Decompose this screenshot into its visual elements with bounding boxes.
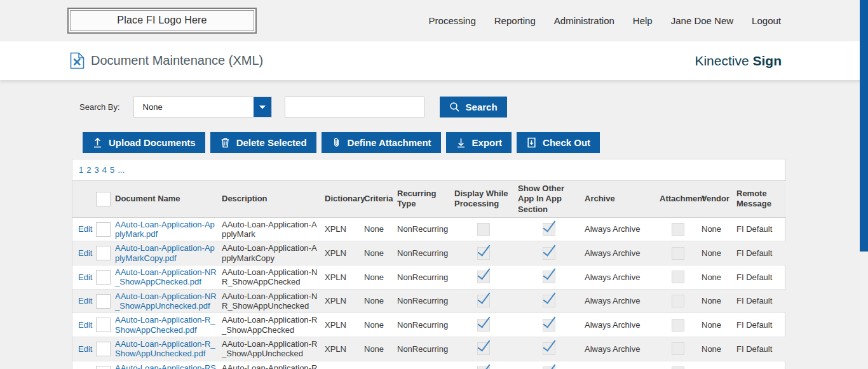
show-other-app-checkbox[interactable] [543, 223, 555, 236]
document-name-link[interactable]: AAuto-Loan-Application-ApplyMark.pdf [115, 220, 215, 239]
search-button[interactable]: Search [440, 97, 507, 117]
display-while-processing-checkbox[interactable] [477, 295, 490, 307]
cell-dictionary: XPLN [325, 337, 364, 361]
row-checkbox[interactable] [96, 318, 111, 332]
edit-link[interactable]: Edit [78, 248, 92, 258]
document-name-link[interactable]: AAuto-Loan-Application-RS-AFD731-test.pd… [115, 363, 216, 369]
page-link-3[interactable]: 3 [94, 165, 98, 175]
cell-document-name: AAuto-Loan-Application-NR_ShowAppUncheck… [115, 289, 222, 313]
show-other-app-checkbox[interactable] [543, 366, 555, 369]
cell-description: AAuto-Loan-Application-RS-AFD731-test [222, 361, 325, 369]
page-link-5[interactable]: 5 [110, 165, 114, 175]
vertical-scrollbar-thumb[interactable] [860, 0, 868, 252]
row-checkbox[interactable] [96, 246, 111, 260]
check-out-button[interactable]: Check Out [517, 132, 600, 153]
cell-vendor: None [702, 241, 736, 265]
col-display-while-processing: Display While Processing [454, 181, 518, 218]
document-name-link[interactable]: AAuto-Loan-Application-ApplyMarkCopy.pdf [115, 243, 215, 262]
display-while-processing-checkbox[interactable] [477, 342, 490, 355]
attachment-checkbox[interactable] [672, 342, 684, 355]
documents-panel: 12345... Document Name Description Dicti… [72, 159, 785, 369]
vertical-scrollbar-track[interactable] [860, 0, 868, 369]
main-nav: Processing Reporting Administration Help… [429, 15, 781, 26]
nav-item-user[interactable]: Jane Doe New [671, 15, 733, 26]
delete-selected-button[interactable]: Delete Selected [210, 132, 316, 153]
col-archive: Archive [585, 181, 660, 218]
cell-archive: Always Archive [585, 337, 660, 361]
define-attachment-button[interactable]: Define Attachment [322, 132, 441, 153]
cell-criteria: None [364, 289, 397, 313]
cell-document-name: AAuto-Loan-Application-R_ShowAppChecked.… [115, 313, 222, 337]
display-while-processing-checkbox[interactable] [477, 319, 490, 332]
nav-item-help[interactable]: Help [633, 15, 653, 26]
edit-link[interactable]: Edit [78, 224, 92, 234]
nav-item-processing[interactable]: Processing [429, 15, 476, 26]
show-other-app-checkbox[interactable] [543, 319, 555, 332]
export-button[interactable]: Export [446, 132, 512, 153]
edit-link[interactable]: Edit [78, 320, 92, 330]
cell-dictionary: XPLN [325, 361, 364, 369]
document-name-link[interactable]: AAuto-Loan-Application-R_ShowAppUnchecke… [115, 339, 215, 358]
cell-recurring-type: NonRecurring [397, 241, 454, 265]
upload-documents-button[interactable]: Upload Documents [83, 132, 205, 153]
chevron-down-icon[interactable] [254, 97, 271, 117]
select-all-header [96, 181, 115, 218]
brand-name: Kinective [695, 53, 749, 68]
show-other-app-checkbox[interactable] [543, 271, 555, 283]
nav-item-logout[interactable]: Logout [752, 15, 781, 26]
page-link-1[interactable]: 1 [79, 165, 83, 175]
table-row: EditAAuto-Loan-Application-R_ShowAppUnch… [72, 337, 786, 361]
attachment-checkbox[interactable] [672, 319, 684, 332]
check-out-label: Check Out [543, 137, 590, 148]
cell-criteria: None [364, 361, 397, 369]
col-criteria: Criteria [364, 181, 397, 218]
documents-table-body: EditAAuto-Loan-Application-ApplyMark.pdf… [72, 217, 786, 369]
row-checkbox[interactable] [96, 270, 111, 285]
show-other-app-checkbox[interactable] [543, 295, 555, 307]
edit-link[interactable]: Edit [78, 272, 92, 282]
search-icon [449, 102, 460, 112]
document-name-link[interactable]: AAuto-Loan-Application-NR_ShowAppUncheck… [115, 292, 217, 311]
cell-show-other-app [518, 361, 585, 369]
cell-remote-message: FI Default [736, 265, 786, 290]
cell-display-while-processing [454, 361, 518, 369]
edit-link[interactable]: Edit [78, 344, 92, 354]
table-row: EditAAuto-Loan-Application-NR_ShowAppChe… [72, 265, 786, 290]
page-link-...[interactable]: ... [118, 165, 125, 175]
attachment-checkbox[interactable] [672, 271, 684, 283]
cell-remote-message: FI Default [736, 289, 786, 313]
brand-name-bold: Sign [753, 53, 782, 68]
cell-document-name: AAuto-Loan-Application-ApplyMark.pdf [115, 217, 222, 241]
cell-criteria: None [364, 313, 397, 337]
cell-attachment [660, 241, 702, 265]
display-while-processing-checkbox[interactable] [477, 271, 490, 283]
display-while-processing-checkbox[interactable] [477, 223, 490, 236]
search-by-dropdown[interactable]: None [133, 97, 272, 117]
cell-dictionary: XPLN [325, 241, 364, 265]
page-link-2[interactable]: 2 [86, 165, 91, 175]
page-link-4[interactable]: 4 [102, 165, 107, 175]
show-other-app-checkbox[interactable] [543, 342, 555, 355]
edit-link[interactable]: Edit [78, 296, 92, 305]
attachment-checkbox[interactable] [672, 247, 684, 260]
row-checkbox[interactable] [96, 222, 111, 237]
show-other-app-checkbox[interactable] [543, 247, 555, 260]
attachment-checkbox[interactable] [672, 295, 684, 307]
cell-select [96, 217, 115, 241]
search-input[interactable] [285, 97, 424, 117]
select-all-checkbox[interactable] [96, 192, 111, 206]
row-checkbox[interactable] [96, 342, 111, 356]
nav-item-administration[interactable]: Administration [554, 15, 614, 26]
cell-remote-message: FI Default [736, 313, 786, 337]
display-while-processing-checkbox[interactable] [477, 366, 490, 369]
display-while-processing-checkbox[interactable] [477, 247, 490, 260]
attachment-checkbox[interactable] [672, 366, 684, 369]
document-name-link[interactable]: AAuto-Loan-Application-R_ShowAppChecked.… [115, 315, 215, 334]
cell-vendor: None [702, 265, 736, 290]
cell-display-while-processing [454, 265, 518, 290]
row-checkbox[interactable] [96, 294, 111, 309]
attachment-checkbox[interactable] [672, 223, 684, 236]
document-name-link[interactable]: AAuto-Loan-Application-NR_ShowAppChecked… [115, 267, 217, 286]
nav-item-reporting[interactable]: Reporting [494, 15, 536, 26]
row-checkbox[interactable] [96, 366, 111, 369]
